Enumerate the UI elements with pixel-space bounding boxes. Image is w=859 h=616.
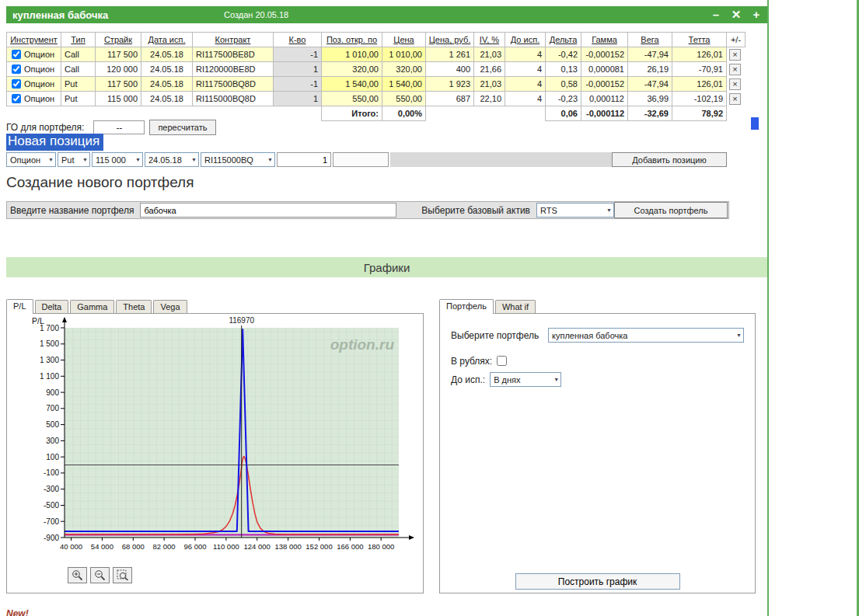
sort-link-3[interactable]: Дата исп.: [148, 35, 185, 44]
chevron-down-icon: ▼: [553, 377, 559, 382]
sort-link-4[interactable]: Контракт: [215, 35, 251, 44]
build-chart-button[interactable]: Построить график: [515, 573, 680, 590]
instrument-label: Опцион: [24, 50, 54, 59]
y-tick-label: 1 100: [40, 372, 59, 381]
close-icon[interactable]: ✕: [730, 7, 742, 23]
cell-vega: -47,94: [628, 47, 672, 62]
expiry-date-value: 24.05.18: [148, 155, 182, 165]
create-portfolio-heading: Создание нового портфеля: [6, 174, 194, 191]
sort-link-12[interactable]: Гамма: [592, 35, 617, 44]
panel-tab-портфель[interactable]: Портфель: [439, 299, 494, 314]
created-date: Создан 20.05.18: [224, 10, 288, 19]
price-input[interactable]: [333, 152, 389, 167]
position-enabled-checkbox[interactable]: [12, 64, 21, 74]
cell-date: 24.05.18: [141, 92, 193, 106]
zoom-out-icon: [94, 569, 106, 581]
x-tick-label: 124 000: [244, 542, 271, 551]
y-tick-label: 1 500: [40, 339, 59, 348]
sort-link-5[interactable]: К-во: [289, 35, 306, 44]
total-vega: -32,69: [628, 106, 672, 121]
zoom-in-button[interactable]: [68, 567, 87, 583]
sort-link-0[interactable]: Инструмент: [10, 35, 58, 44]
add-icon[interactable]: +: [750, 7, 763, 23]
chevron-down-icon: ▼: [135, 157, 141, 162]
strike-select[interactable]: 115 000▼: [92, 152, 143, 167]
column-header-12: Гамма: [581, 33, 628, 47]
chart-tab-delta[interactable]: Delta: [35, 300, 69, 313]
recalculate-button[interactable]: пересчитать: [149, 120, 215, 135]
cell-iv: 22,10: [474, 92, 505, 106]
position-row: ОпционCall117 50024.05.18RI117500BE8D-11…: [7, 47, 746, 62]
sort-link-2[interactable]: Страйк: [104, 35, 132, 44]
column-header-9: IV, %: [474, 33, 505, 47]
page: купленная бабочка Создан 20.05.18 – ✕ + …: [0, 0, 859, 616]
cell-contract: RI115000BQ8D: [193, 92, 274, 106]
cell-gamma: -0,000152: [581, 47, 628, 62]
cell-type: Call: [61, 47, 96, 62]
cell-theta: 126,01: [672, 77, 727, 92]
sort-link-14[interactable]: Тетта: [689, 35, 711, 44]
margin-label: ГО для портфеля:: [6, 122, 84, 133]
instrument-label: Опцион: [24, 79, 54, 89]
add-position-button[interactable]: Добавить позицию: [612, 152, 727, 167]
option-type-select[interactable]: Put▼: [58, 152, 90, 167]
instrument-select-value: Опцион: [10, 155, 40, 165]
zoom-region-button[interactable]: [113, 567, 132, 583]
position-enabled-checkbox[interactable]: [12, 79, 21, 89]
totals-percent: 0,00%: [382, 106, 426, 121]
x-tick-label: 82 000: [153, 542, 176, 551]
expiry-date-select[interactable]: 24.05.18▼: [145, 152, 199, 167]
minimize-icon[interactable]: –: [710, 7, 722, 23]
chart-ylabel: P/L: [32, 316, 44, 325]
cell-contract: RI117500BE8D: [193, 47, 274, 62]
sort-link-8[interactable]: Цена, руб.: [429, 35, 471, 44]
cell-delta: -0,23: [546, 92, 581, 106]
cell-qty: 1: [274, 62, 322, 77]
y-tick-label: -700: [44, 517, 59, 526]
portfolio-name-input[interactable]: [140, 203, 396, 218]
portfolio-select[interactable]: купленная бабочка ▼: [548, 328, 744, 343]
instrument-select[interactable]: Опцион▼: [6, 152, 56, 167]
rubles-checkbox[interactable]: [497, 356, 507, 366]
sort-link-9[interactable]: IV, %: [480, 35, 499, 44]
y-tick-label: 500: [46, 420, 59, 429]
sort-link-11[interactable]: Дельта: [550, 35, 578, 44]
chart-tab-theta[interactable]: Theta: [116, 300, 152, 313]
pl-chart: 1169701 7001 5001 3001 10090070050030010…: [19, 315, 416, 558]
totals-label: Итого:: [322, 106, 382, 121]
sort-link-6[interactable]: Поз. откр. по: [326, 35, 377, 44]
delete-position-button[interactable]: ×: [729, 49, 741, 61]
position-enabled-checkbox[interactable]: [12, 50, 21, 59]
cell-strike: 120 000: [96, 62, 141, 77]
sort-link-7[interactable]: Цена: [393, 35, 414, 44]
delete-position-button[interactable]: ×: [729, 93, 741, 105]
zoom-out-button[interactable]: [90, 567, 110, 583]
cell-days: 4: [505, 47, 546, 62]
portfolio-select-label: Выберите портфель: [451, 330, 539, 341]
strike-value: 115 000: [96, 155, 126, 165]
column-header-6: Поз. откр. по: [322, 33, 382, 47]
zoom-in-icon: [72, 569, 83, 581]
sort-link-10[interactable]: До исп.: [511, 35, 539, 44]
margin-input[interactable]: [93, 120, 145, 134]
delete-position-button[interactable]: ×: [729, 64, 741, 75]
chart-tab-vega[interactable]: Vega: [153, 300, 187, 313]
rubles-label: В рублях:: [451, 356, 492, 367]
sort-link-13[interactable]: Вега: [641, 35, 658, 44]
panel-tab-what-if[interactable]: What if: [495, 300, 536, 313]
column-header-7: Цена: [382, 33, 426, 47]
chart-tab-gamma[interactable]: Gamma: [70, 300, 114, 313]
create-portfolio-button[interactable]: Создать портфель: [614, 202, 728, 218]
quantity-input[interactable]: [277, 152, 331, 167]
chart-tab-p-l[interactable]: P/L: [6, 299, 33, 314]
cell-date: 24.05.18: [141, 77, 193, 92]
position-enabled-checkbox[interactable]: [12, 94, 21, 103]
contract-select[interactable]: RI115000BQ▼: [201, 152, 275, 167]
charts-section-header: Графики: [6, 257, 767, 277]
days-select[interactable]: В днях ▼: [490, 372, 561, 387]
sort-link-1[interactable]: Тип: [71, 35, 85, 44]
base-asset-select[interactable]: RTS▼: [536, 203, 614, 218]
cell-type: Put: [61, 92, 96, 106]
position-row: ОпционCall120 00024.05.18RI120000BE8D132…: [7, 62, 746, 77]
delete-position-button[interactable]: ×: [729, 78, 741, 90]
